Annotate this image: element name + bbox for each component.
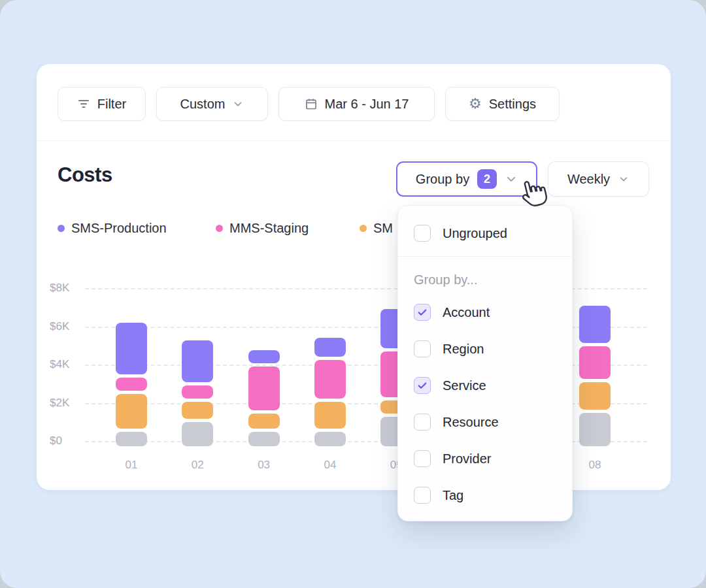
menu-item-label: Resource	[443, 415, 499, 430]
y-axis-tick-label: $2K	[50, 397, 80, 410]
bar-segment[interactable]	[248, 367, 280, 410]
interval-label: Weekly	[567, 172, 610, 187]
legend-dot-purple	[58, 225, 65, 232]
ungrouped-checkbox[interactable]	[414, 225, 431, 242]
legend-dot-pink	[216, 225, 223, 232]
menu-item-ungrouped[interactable]: Ungrouped	[398, 220, 572, 246]
legend-dot-orange	[360, 225, 367, 232]
check-icon	[416, 306, 428, 318]
bar-segment[interactable]	[116, 394, 147, 429]
bar-segment[interactable]	[248, 432, 280, 446]
bar-segment[interactable]	[314, 432, 346, 446]
gear-icon: ⚙	[469, 97, 482, 111]
menu-item-resource[interactable]: Resource	[398, 404, 572, 440]
group-by-options: AccountRegionServiceResourceProviderTag	[398, 294, 572, 514]
legend-label: SMS-Production	[71, 221, 167, 236]
custom-range-dropdown[interactable]: Custom	[156, 87, 268, 121]
stacked-bar-chart: $8K$6K$4K$2K$00102030405060708	[37, 64, 671, 490]
group-by-menu: Ungrouped Group by... AccountRegionServi…	[397, 205, 573, 521]
settings-button[interactable]: ⚙ Settings	[445, 87, 560, 121]
tag-checkbox[interactable]	[414, 487, 431, 504]
toolbar: Filter Custom Mar 6 - Jun 17	[58, 87, 560, 121]
x-axis-tick-label: 08	[572, 459, 618, 472]
menu-item-label: Service	[443, 378, 486, 393]
y-axis-tick-label: $0	[50, 434, 80, 448]
legend-item-truncated[interactable]: SM	[360, 221, 393, 236]
bar-segment[interactable]	[116, 378, 147, 391]
bar-segment[interactable]	[116, 432, 147, 446]
toolbar-divider	[37, 140, 671, 141]
date-range-label: Mar 6 - Jun 17	[325, 97, 409, 112]
group-by-label: Group by	[416, 172, 469, 187]
bar-segment[interactable]	[248, 350, 280, 363]
chevron-down-icon	[232, 98, 244, 110]
bar-segment[interactable]	[116, 323, 147, 374]
interval-dropdown-button[interactable]: Weekly	[548, 161, 649, 197]
x-axis-tick-label: 03	[241, 459, 287, 472]
bar-segment[interactable]	[248, 414, 280, 429]
menu-item-service[interactable]: Service	[398, 367, 572, 404]
menu-item-label: Tag	[443, 488, 463, 503]
menu-section-label: Group by...	[414, 272, 572, 287]
y-axis-tick-label: $8K	[50, 282, 80, 295]
filter-button[interactable]: Filter	[58, 87, 146, 121]
bar-segment[interactable]	[314, 338, 346, 357]
legend-label: SM	[373, 221, 393, 236]
legend-item-sms-production[interactable]: SMS-Production	[58, 221, 167, 236]
bar-segment[interactable]	[182, 402, 213, 419]
bar-segment[interactable]	[314, 402, 346, 429]
bar-segment[interactable]	[182, 385, 213, 399]
settings-button-label: Settings	[489, 97, 536, 112]
bar-segment[interactable]	[182, 422, 213, 446]
filter-button-label: Filter	[97, 97, 126, 112]
check-icon	[416, 380, 428, 391]
ungrouped-label: Ungrouped	[443, 226, 507, 241]
legend-label: MMS-Staging	[229, 221, 309, 236]
menu-item-provider[interactable]: Provider	[398, 440, 572, 477]
bar-segment[interactable]	[579, 382, 611, 410]
bar-segment[interactable]	[182, 340, 213, 382]
page-title: Costs	[58, 163, 112, 187]
bar-segment[interactable]	[579, 346, 611, 379]
custom-dropdown-label: Custom	[180, 97, 226, 112]
bar-segment[interactable]	[579, 413, 611, 446]
chevron-down-icon	[618, 173, 630, 185]
provider-checkbox[interactable]	[414, 450, 431, 467]
y-axis-tick-label: $4K	[50, 358, 80, 371]
menu-item-label: Region	[443, 342, 484, 357]
calendar-icon	[305, 97, 318, 110]
x-axis-tick-label: 01	[109, 459, 154, 472]
costs-card: Filter Custom Mar 6 - Jun 17	[37, 64, 671, 490]
group-by-count-badge: 2	[477, 169, 497, 189]
menu-item-tag[interactable]: Tag	[398, 477, 572, 514]
resource-checkbox[interactable]	[414, 414, 431, 431]
menu-item-label: Account	[443, 305, 490, 320]
menu-item-label: Provider	[443, 451, 491, 466]
y-axis-tick-label: $6K	[50, 320, 80, 333]
menu-divider	[398, 256, 572, 257]
menu-item-region[interactable]: Region	[398, 331, 572, 367]
menu-item-account[interactable]: Account	[398, 294, 572, 331]
legend-item-mms-staging[interactable]: MMS-Staging	[216, 221, 309, 236]
bar-segment[interactable]	[314, 360, 346, 399]
service-checkbox[interactable]	[414, 377, 431, 394]
bar-segment[interactable]	[579, 306, 611, 343]
x-axis-tick-label: 02	[175, 459, 220, 472]
region-checkbox[interactable]	[414, 340, 431, 357]
date-range-button[interactable]: Mar 6 - Jun 17	[278, 87, 435, 121]
cost-dashboard: Filter Custom Mar 6 - Jun 17	[0, 0, 706, 588]
filter-lines-icon	[77, 97, 90, 110]
account-checkbox[interactable]	[414, 304, 431, 321]
x-axis-tick-label: 04	[307, 459, 353, 472]
